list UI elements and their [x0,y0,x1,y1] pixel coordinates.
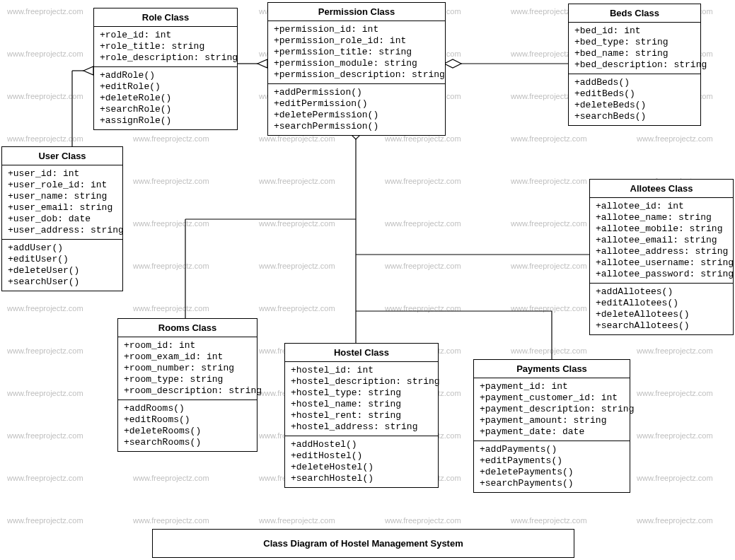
svg-marker-4 [257,59,267,68]
diagram-title-text: Class Diagram of Hostel Management Syste… [263,538,463,549]
watermark-text: www.freeprojectz.com [637,134,713,143]
watermark-text: www.freeprojectz.com [385,219,461,228]
hostel-class-ops: +addHostel() +editHostel() +deleteHostel… [285,436,438,487]
role-class-attrs: +role_id: int +role_title: string +role_… [94,27,237,67]
class-role: Role Class +role_id: int +role_title: st… [93,8,238,130]
watermark-text: www.freeprojectz.com [7,49,83,58]
watermark-text: www.freeprojectz.com [7,92,83,100]
watermark-text: www.freeprojectz.com [259,219,335,228]
role-class-title: Role Class [94,8,237,27]
watermark-text: www.freeprojectz.com [637,431,713,440]
class-permission: Permission Class +permission_id: int +pe… [267,2,446,136]
watermark-text: www.freeprojectz.com [7,134,83,143]
class-beds: Beds Class +bed_id: int +bed_type: strin… [568,4,701,126]
watermark-text: www.freeprojectz.com [133,304,209,313]
watermark-text: www.freeprojectz.com [511,304,587,313]
watermark-text: www.freeprojectz.com [385,516,461,525]
watermark-text: www.freeprojectz.com [511,134,587,143]
watermark-text: www.freeprojectz.com [511,516,587,525]
watermark-text: www.freeprojectz.com [133,177,209,185]
watermark-text: www.freeprojectz.com [7,7,83,16]
permission-class-title: Permission Class [268,3,445,21]
watermark-text: www.freeprojectz.com [259,516,335,525]
class-rooms: Rooms Class +room_id: int +room_exam_id:… [117,318,257,452]
watermark-text: www.freeprojectz.com [385,304,461,313]
rooms-class-title: Rooms Class [118,319,257,337]
beds-class-attrs: +bed_id: int +bed_type: string +bed_name… [569,23,700,74]
watermark-text: www.freeprojectz.com [637,389,713,397]
allotees-class-title: Allotees Class [590,180,733,198]
rooms-class-attrs: +room_id: int +room_exam_id: int +room_n… [118,337,257,400]
class-user: User Class +user_id: int +user_role_id: … [1,146,123,291]
role-class-ops: +addRole() +editRole() +deleteRole() +se… [94,67,237,129]
watermark-text: www.freeprojectz.com [7,304,83,313]
beds-class-ops: +addBeds() +editBeds() +deleteBeds() +se… [569,74,700,125]
payments-class-ops: +addPayments() +editPayments() +deletePa… [474,441,630,492]
watermark-text: www.freeprojectz.com [637,516,713,525]
user-class-title: User Class [2,147,122,165]
watermark-text: www.freeprojectz.com [511,219,587,228]
permission-class-attrs: +permission_id: int +permission_role_id:… [268,21,445,84]
watermark-text: www.freeprojectz.com [133,262,209,270]
class-hostel: Hostel Class +hostel_id: int +hostel_des… [284,343,439,488]
watermark-text: www.freeprojectz.com [7,474,83,482]
svg-marker-2 [83,66,93,75]
allotees-class-ops: +addAllotees() +editAllotees() +deleteAl… [590,284,733,334]
watermark-text: www.freeprojectz.com [385,177,461,185]
class-payments: Payments Class +payment_id: int +payment… [473,359,630,493]
payments-class-title: Payments Class [474,360,630,378]
permission-class-ops: +addPermission() +editPermission() +dele… [268,84,445,135]
watermark-text: www.freeprojectz.com [637,474,713,482]
watermark-text: www.freeprojectz.com [7,516,83,525]
class-allotees: Allotees Class +allotee_id: int +allotee… [589,179,734,335]
watermark-text: www.freeprojectz.com [7,389,83,397]
watermark-text: www.freeprojectz.com [7,431,83,440]
svg-marker-5 [444,59,461,68]
rooms-class-ops: +addRooms() +editRooms() +deleteRooms() … [118,400,257,451]
user-class-attrs: +user_id: int +user_role_id: int +user_n… [2,165,122,240]
diagram-title-box: Class Diagram of Hostel Management Syste… [152,529,574,558]
watermark-text: www.freeprojectz.com [511,262,587,270]
hostel-class-title: Hostel Class [285,344,438,362]
beds-class-title: Beds Class [569,4,700,23]
watermark-text: www.freeprojectz.com [637,346,713,355]
watermark-text: www.freeprojectz.com [511,177,587,185]
user-class-ops: +addUser() +editUser() +deleteUser() +se… [2,240,122,291]
watermark-text: www.freeprojectz.com [7,346,83,355]
watermark-text: www.freeprojectz.com [259,262,335,270]
watermark-text: www.freeprojectz.com [511,346,587,355]
hostel-class-attrs: +hostel_id: int +hostel_description: str… [285,362,438,436]
watermark-text: www.freeprojectz.com [133,474,209,482]
payments-class-attrs: +payment_id: int +payment_customer_id: i… [474,378,630,441]
watermark-text: www.freeprojectz.com [133,219,209,228]
watermark-text: www.freeprojectz.com [259,304,335,313]
allotees-class-attrs: +allotee_id: int +allotee_name: string +… [590,198,733,284]
watermark-text: www.freeprojectz.com [259,177,335,185]
watermark-text: www.freeprojectz.com [133,516,209,525]
watermark-text: www.freeprojectz.com [133,134,209,143]
watermark-text: www.freeprojectz.com [385,262,461,270]
